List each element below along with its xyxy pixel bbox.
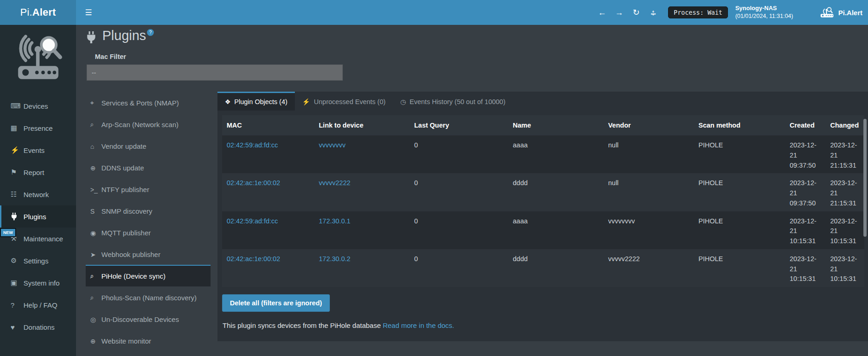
device-link[interactable]: vvvvv2222 — [319, 179, 351, 187]
topbar: Pi.Alert ☰ ← → ↻ ↔ ↕ Process: Wait Synol… — [0, 0, 868, 25]
tab-plugin-objects-4[interactable]: ❖Plugin Objects (4) — [217, 92, 295, 111]
search-icon: ⌕ — [90, 294, 101, 302]
plugin-nav-label: Services & Ports (NMAP) — [101, 99, 179, 107]
cell-last-query: 0 — [410, 249, 508, 287]
plugin-nav-item-ntfy-publisher[interactable]: >_NTFY publisher — [86, 178, 211, 200]
cell-link-to-device: 172.30.0.1 — [314, 211, 410, 249]
brand-pi: Pi. — [20, 6, 32, 18]
device-link[interactable]: 172.30.0.1 — [319, 217, 351, 225]
plugin-description-text: This plugin syncs devices from the PiHol… — [223, 321, 381, 329]
sidebar-item-label: Help / FAQ — [23, 301, 57, 309]
plugin-nav-item-services-ports-nmap[interactable]: ⌖Services & Ports (NMAP) — [86, 92, 211, 113]
plugin-nav-label: NTFY publisher — [101, 186, 149, 193]
column-header-changed: Changed — [826, 115, 864, 135]
refresh-button[interactable]: ↻ — [628, 7, 645, 18]
plugin-nav-item-webhook-publisher[interactable]: ➤Webhook publisher — [86, 243, 211, 265]
cell-changed: 2023-12-21 21:15:31 — [826, 135, 864, 173]
plugin-nav-label: PiHole (Device sync) — [101, 272, 165, 280]
help-badge[interactable]: ? — [147, 29, 154, 36]
arrow-left-icon: ← — [598, 8, 606, 17]
sidebar-menu: ⌨Devices▦Presence⚡Events⚑Report☷NetworkP… — [0, 95, 76, 338]
hamburger-icon: ☰ — [85, 8, 92, 18]
cell-name: aaaa — [508, 211, 604, 249]
sidebar-toggle-button[interactable]: ☰ — [76, 0, 101, 25]
plugin-nav-label: Webhook publisher — [101, 251, 160, 258]
plugin-nav-label: Website monitor — [101, 337, 151, 345]
cell-scan-method: PIHOLE — [694, 173, 785, 211]
mac-link[interactable]: 02:42:ac:1e:00:02 — [227, 179, 280, 187]
sidebar-item-events[interactable]: ⚡Events — [0, 139, 76, 161]
sidebar-item-label: Devices — [23, 102, 48, 110]
tab-label: Unprocessed Events (0) — [314, 98, 386, 105]
sidebar: ⌨Devices▦Presence⚡Events⚑Report☷NetworkP… — [0, 25, 76, 356]
globe-icon: ⊕ — [90, 338, 101, 345]
cell-changed: 2023-12-21 21:15:31 — [826, 173, 864, 211]
sidebar-item-presence[interactable]: ▦Presence — [0, 117, 76, 139]
cell-scan-method: PIHOLE — [694, 211, 785, 249]
plugin-nav-item-pholus-scan-name-discovery[interactable]: ⌕Pholus-Scan (Name discovery) — [86, 286, 211, 308]
plugin-nav-item-snmp-discovery[interactable]: SSNMP discovery — [86, 200, 211, 222]
binoculars-icon: ◎ — [90, 316, 101, 323]
sidebar-item-donations[interactable]: ♥Donations — [0, 316, 76, 338]
cell-vendor: null — [604, 135, 694, 173]
mac-link[interactable]: 02:42:59:ad:fd:cc — [227, 217, 278, 225]
cell-vendor: vvvvv2222 — [604, 249, 694, 287]
plugin-nav-item-mqtt-publisher[interactable]: ◉MQTT publisher — [86, 222, 211, 243]
fullscreen-button[interactable]: ↔ ↕ — [645, 6, 662, 18]
tab-events-history-50-out-of-10000[interactable]: ◷Events History (50 out of 10000) — [393, 92, 513, 111]
sidebar-item-network[interactable]: ☷Network — [0, 183, 76, 205]
cell-last-query: 0 — [410, 135, 508, 173]
device-link[interactable]: 172.30.0.2 — [319, 255, 351, 263]
plugin-nav-item-website-monitor[interactable]: ⊕Website monitor — [86, 330, 211, 351]
plug-icon — [11, 212, 23, 221]
bolt-icon: ⚡ — [11, 146, 23, 154]
sidebar-item-devices[interactable]: ⌨Devices — [0, 95, 76, 117]
plugin-panel: ❖Plugin Objects (4)⚡Unprocessed Events (… — [217, 92, 868, 341]
mac-filter-input[interactable] — [87, 64, 343, 81]
cell-created: 2023-12-21 10:15:31 — [785, 211, 826, 249]
cell-created: 2023-12-21 09:37:50 — [785, 173, 826, 211]
gear-icon: ⚙ — [11, 257, 23, 265]
plugin-nav-item-un-discoverable-devices[interactable]: ◎Un-Discoverable Devices — [86, 308, 211, 330]
cell-mac: 02:42:ac:1e:00:02 — [222, 173, 314, 211]
sidebar-item-help-faq[interactable]: ?Help / FAQ — [0, 294, 76, 316]
device-link[interactable]: vvvvvvvv — [319, 141, 346, 149]
delete-all-button[interactable]: Delete all (filters are ignored) — [222, 294, 330, 312]
tab-label: Events History (50 out of 10000) — [410, 98, 505, 105]
sidebar-item-plugins[interactable]: Plugins — [0, 205, 76, 228]
forward-button[interactable]: → — [610, 8, 628, 18]
cell-name: aaaa — [508, 135, 604, 173]
column-header-scan-method: Scan method — [694, 115, 785, 135]
read-more-link[interactable]: Read more in the docs. — [383, 321, 454, 329]
tab-label: Plugin Objects (4) — [235, 98, 287, 105]
tab-unprocessed-events-0[interactable]: ⚡Unprocessed Events (0) — [295, 92, 393, 111]
mac-link[interactable]: 02:42:59:ad:fd:cc — [227, 141, 278, 149]
calendar-icon: ▦ — [11, 124, 23, 132]
back-button[interactable]: ← — [593, 8, 610, 18]
process-status-badge: Process: Wait — [668, 6, 728, 18]
sidebar-item-system-info[interactable]: ▣System info — [0, 272, 76, 294]
heart-icon: ♥ — [11, 323, 23, 331]
sitemap-icon: ☷ — [11, 190, 23, 198]
plugin-nav-item-ddns-update[interactable]: ⊕DDNS update — [86, 157, 211, 178]
question-icon: ? — [11, 301, 23, 309]
mac-link[interactable]: 02:42:ac:1e:00:02 — [227, 255, 280, 263]
plugin-objects-table: MACLink to deviceLast QueryNameVendorSca… — [222, 115, 864, 287]
router-icon — [820, 6, 834, 18]
sidebar-item-settings[interactable]: ⚙Settings — [0, 250, 76, 272]
column-header-created: Created — [785, 115, 826, 135]
content-row: ⌖Services & Ports (NMAP)⌕Arp-Scan (Netwo… — [86, 92, 868, 351]
sidebar-item-label: Maintenance — [23, 235, 63, 243]
plugin-nav-item-arp-scan-network-scan[interactable]: ⌕Arp-Scan (Network scan) — [86, 113, 211, 135]
brand-logo[interactable]: Pi.Alert — [0, 0, 76, 25]
column-header-name: Name — [508, 115, 604, 135]
plugin-nav-item-pihole-device-sync[interactable]: ⌕PiHole (Device sync) — [86, 265, 211, 286]
plugin-nav-item-vendor-update[interactable]: ⌂Vendor update — [86, 135, 211, 157]
scrollbar-thumb[interactable] — [863, 119, 867, 237]
sidebar-item-report[interactable]: ⚑Report — [0, 161, 76, 183]
flag-icon: ⚑ — [11, 168, 23, 176]
snmp-icon: S — [90, 208, 101, 215]
plugin-nav-label: Un-Discoverable Devices — [101, 315, 179, 323]
cell-mac: 02:42:59:ad:fd:cc — [222, 211, 314, 249]
column-header-last-query: Last Query — [410, 115, 508, 135]
